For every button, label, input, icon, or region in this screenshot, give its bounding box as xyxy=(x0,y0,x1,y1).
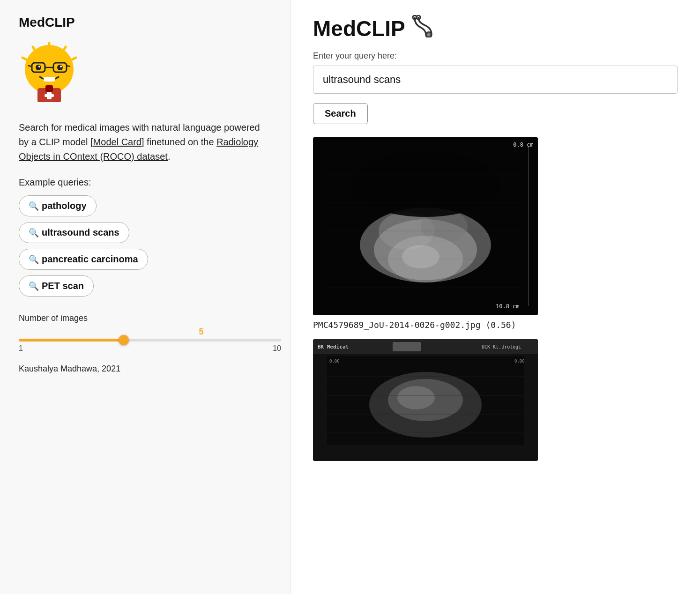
search-input[interactable] xyxy=(323,74,668,86)
svg-rect-44 xyxy=(393,342,421,351)
left-title: MedCLIP xyxy=(19,15,271,30)
description-text: Search for medical images with natural l… xyxy=(19,120,271,164)
svg-point-29 xyxy=(350,151,500,217)
model-card-link[interactable]: [Model Card] xyxy=(90,137,144,147)
query-btn-pathology[interactable]: 🔍 pathology xyxy=(19,195,97,216)
query-btn-pancreatic-label: pancreatic carcinoma xyxy=(42,254,138,265)
svg-text:0.00: 0.00 xyxy=(329,359,340,364)
svg-text:0.00: 0.00 xyxy=(514,359,525,364)
query-btn-pet-label: PET scan xyxy=(42,281,84,291)
search-icon: 🔍 xyxy=(29,281,39,291)
result-1-block: -0.8 cm 10.8 cm PMC4579689_JoU-2014-0026… xyxy=(313,137,678,330)
svg-rect-15 xyxy=(44,77,55,82)
svg-line-5 xyxy=(71,58,76,60)
app-logo-emoji xyxy=(19,41,271,109)
footer-credit: Kaushalya Madhawa, 2021 xyxy=(19,364,271,374)
search-input-wrapper[interactable] xyxy=(313,66,678,94)
slider-container[interactable] xyxy=(19,339,281,342)
svg-text:-0.8 cm: -0.8 cm xyxy=(510,141,534,148)
result-1-image: -0.8 cm 10.8 cm xyxy=(313,137,538,315)
query-btn-pathology-label: pathology xyxy=(42,200,87,211)
svg-point-11 xyxy=(36,65,41,70)
svg-text:BK Medical: BK Medical xyxy=(318,344,349,350)
stethoscope-icon xyxy=(410,15,435,42)
num-images-section: Number of images 5 1 10 xyxy=(19,313,271,353)
num-images-label: Number of images xyxy=(19,313,271,323)
svg-point-14 xyxy=(60,66,62,67)
slider-range-labels: 1 10 xyxy=(19,344,281,353)
svg-point-49 xyxy=(397,386,435,409)
svg-rect-19 xyxy=(45,94,54,97)
right-title: MedCLIP xyxy=(313,15,678,42)
search-button[interactable]: Search xyxy=(313,103,368,124)
result-1-caption: PMC4579689_JoU-2014-0026-g002.jpg (0.56) xyxy=(313,320,678,330)
result-2-block: BK Medical UCK Kl.Urologi 0.00 0.00 xyxy=(313,339,678,461)
query-btn-pet[interactable]: 🔍 PET scan xyxy=(19,275,94,297)
search-icon: 🔍 xyxy=(29,254,39,265)
search-icon: 🔍 xyxy=(29,228,39,238)
slider-track xyxy=(19,339,281,342)
query-btn-ultrasound[interactable]: 🔍 ultrasound scans xyxy=(19,222,129,243)
svg-point-12 xyxy=(57,65,63,70)
svg-line-4 xyxy=(63,47,66,52)
example-label: Example queries: xyxy=(19,177,271,188)
svg-text:UCK Kl.Urologi: UCK Kl.Urologi xyxy=(482,344,521,349)
query-buttons-container: 🔍 pathology 🔍 ultrasound scans 🔍 pancrea… xyxy=(19,195,271,297)
search-icon: 🔍 xyxy=(29,201,39,211)
query-label: Enter your query here: xyxy=(313,51,678,61)
svg-rect-17 xyxy=(45,85,53,92)
svg-line-3 xyxy=(22,58,27,60)
query-btn-ultrasound-label: ultrasound scans xyxy=(42,227,119,238)
svg-line-2 xyxy=(33,47,36,52)
svg-point-13 xyxy=(38,66,40,67)
svg-point-23 xyxy=(427,33,430,36)
left-panel: MedCLIP xyxy=(0,0,290,594)
svg-point-40 xyxy=(402,245,439,268)
query-btn-pancreatic[interactable]: 🔍 pancreatic carcinoma xyxy=(19,249,148,270)
result-2-image: BK Medical UCK Kl.Urologi 0.00 0.00 xyxy=(313,339,538,461)
right-title-text: MedCLIP xyxy=(313,16,405,41)
slider-max-label: 10 xyxy=(273,344,281,353)
svg-text:10.8 cm: 10.8 cm xyxy=(496,303,520,310)
right-panel: MedCLIP Enter your query here: Search xyxy=(290,0,700,594)
slider-min-label: 1 xyxy=(19,344,23,353)
